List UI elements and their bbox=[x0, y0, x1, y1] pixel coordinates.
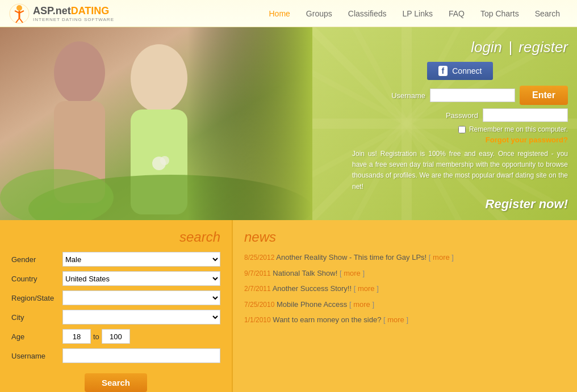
bracket-close-1: ] bbox=[450, 253, 454, 262]
enter-button[interactable]: Enter bbox=[520, 86, 568, 105]
news-item-2: 9/7/2011 National Talk Show! [ more ] bbox=[244, 268, 566, 279]
logo-icon bbox=[9, 3, 30, 24]
logo-asp: ASP. bbox=[33, 5, 56, 17]
svg-line-4 bbox=[16, 18, 19, 23]
age-to-input[interactable] bbox=[102, 329, 130, 344]
news-item-4: 7/25/2010 Mobile Phone Access [ more ] bbox=[244, 299, 566, 310]
facebook-connect-button[interactable]: f Connect bbox=[427, 62, 494, 80]
nav-faq[interactable]: FAQ bbox=[441, 7, 473, 20]
hero-banner: login | register f Connect Username Ente… bbox=[0, 27, 577, 220]
news-date-3: 2/7/2011 bbox=[244, 285, 271, 293]
username-search-label: Username bbox=[11, 352, 62, 360]
gender-row: Gender Male Female bbox=[11, 252, 220, 267]
main-nav: Home Groups Classifieds LP Links FAQ Top… bbox=[261, 7, 568, 20]
bracket-close-5: ] bbox=[404, 315, 408, 324]
news-more-link-5[interactable]: more bbox=[387, 315, 404, 324]
bottom-section: search Gender Male Female Country United… bbox=[0, 220, 577, 392]
username-search-input[interactable] bbox=[62, 348, 220, 363]
svg-rect-24 bbox=[0, 27, 312, 220]
news-date-2: 9/7/2011 bbox=[244, 269, 271, 277]
forgot-password-link[interactable]: Forgot your password? bbox=[352, 136, 568, 144]
news-text-3: Another Success Story!! bbox=[273, 284, 352, 293]
age-row: Age to bbox=[11, 329, 220, 344]
news-item-5: 1/1/2010 Want to earn money on the side?… bbox=[244, 314, 566, 326]
login-panel: login | register f Connect Username Ente… bbox=[352, 39, 568, 212]
news-item-3: 2/7/2011 Another Success Story!! [ more … bbox=[244, 283, 566, 294]
fb-icon: f bbox=[438, 66, 448, 76]
fb-connect-area: f Connect bbox=[352, 62, 568, 80]
news-more-link-3[interactable]: more bbox=[358, 284, 375, 293]
svg-line-5 bbox=[19, 18, 23, 23]
login-title: login | register bbox=[352, 39, 568, 56]
nav-classifieds[interactable]: Classifieds bbox=[340, 7, 395, 20]
username-search-row: Username bbox=[11, 348, 220, 363]
nav-search[interactable]: Search bbox=[527, 7, 568, 20]
username-row: Username Enter bbox=[352, 86, 568, 105]
news-item-1: 8/25/2012 Another Reality Show - This ti… bbox=[244, 252, 566, 263]
country-row: Country United States bbox=[11, 271, 220, 286]
bracket-close-3: ] bbox=[375, 284, 379, 293]
username-label: Username bbox=[386, 91, 425, 100]
news-text-4: Mobile Phone Access bbox=[277, 300, 347, 309]
nav-lp-links[interactable]: LP Links bbox=[394, 7, 440, 20]
remember-checkbox[interactable] bbox=[458, 126, 466, 133]
username-input[interactable] bbox=[430, 88, 515, 102]
gender-label: Gender bbox=[11, 255, 62, 264]
city-row: City bbox=[11, 310, 220, 324]
svg-point-0 bbox=[16, 5, 22, 11]
logo-area: ASP. net DATING INTERNET DATING SOFTWARE bbox=[9, 3, 114, 24]
news-more-link-1[interactable]: more bbox=[433, 253, 450, 262]
remember-label: Remember me on this computer. bbox=[469, 125, 568, 133]
search-title: search bbox=[11, 229, 220, 245]
news-date-5: 1/1/2010 bbox=[244, 316, 271, 324]
age-separator: to bbox=[93, 332, 99, 341]
news-text-5: Want to earn money on the side? bbox=[273, 315, 381, 324]
news-date-4: 7/25/2010 bbox=[244, 301, 274, 309]
hero-photo bbox=[0, 27, 312, 220]
news-text-2: National Talk Show! bbox=[273, 269, 337, 277]
nav-top-charts[interactable]: Top Charts bbox=[473, 7, 527, 20]
news-title: news bbox=[244, 229, 566, 245]
news-text-1: Another Reality Show - This time for Gay… bbox=[276, 253, 427, 262]
country-label: Country bbox=[11, 275, 62, 283]
age-inputs: to bbox=[62, 329, 130, 344]
news-more-link-2[interactable]: more bbox=[344, 269, 361, 277]
bracket-close-4: ] bbox=[370, 300, 374, 309]
bracket-open-3: [ bbox=[354, 284, 358, 293]
logo-subtitle: INTERNET DATING SOFTWARE bbox=[33, 17, 114, 22]
logo-dating: DATING bbox=[71, 5, 110, 17]
title-divider: | bbox=[508, 39, 516, 56]
news-more-link-4[interactable]: more bbox=[353, 300, 370, 309]
login-label: login bbox=[471, 39, 502, 56]
gender-select[interactable]: Male Female bbox=[62, 252, 220, 267]
age-label: Age bbox=[11, 332, 62, 341]
news-panel: news 8/25/2012 Another Reality Show - Th… bbox=[233, 220, 577, 392]
region-row: Region/State bbox=[11, 290, 220, 305]
logo-text: ASP. net DATING INTERNET DATING SOFTWARE bbox=[33, 5, 114, 22]
remember-row: Remember me on this computer. bbox=[352, 125, 568, 133]
fb-connect-label: Connect bbox=[452, 66, 482, 75]
header: ASP. net DATING INTERNET DATING SOFTWARE… bbox=[0, 0, 577, 27]
city-select[interactable] bbox=[62, 310, 220, 324]
password-input[interactable] bbox=[483, 108, 568, 122]
register-label: register bbox=[519, 39, 568, 56]
bracket-open-1: [ bbox=[429, 253, 433, 262]
password-row: Password bbox=[352, 108, 568, 122]
age-from-input[interactable] bbox=[62, 329, 91, 344]
register-now-link[interactable]: Register now! bbox=[352, 197, 568, 212]
search-button[interactable]: Search bbox=[85, 373, 147, 392]
bracket-close-2: ] bbox=[361, 269, 365, 277]
region-select[interactable] bbox=[62, 290, 220, 305]
search-panel: search Gender Male Female Country United… bbox=[0, 220, 233, 392]
join-description: Join us! Registration is 100% free and e… bbox=[352, 149, 568, 192]
news-date-1: 8/25/2012 bbox=[244, 254, 274, 262]
nav-groups[interactable]: Groups bbox=[298, 7, 340, 20]
nav-home[interactable]: Home bbox=[261, 7, 298, 20]
city-label: City bbox=[11, 313, 62, 322]
password-label: Password bbox=[438, 111, 478, 120]
country-select[interactable]: United States bbox=[62, 271, 220, 286]
region-label: Region/State bbox=[11, 294, 62, 302]
logo-net: net bbox=[56, 5, 71, 17]
